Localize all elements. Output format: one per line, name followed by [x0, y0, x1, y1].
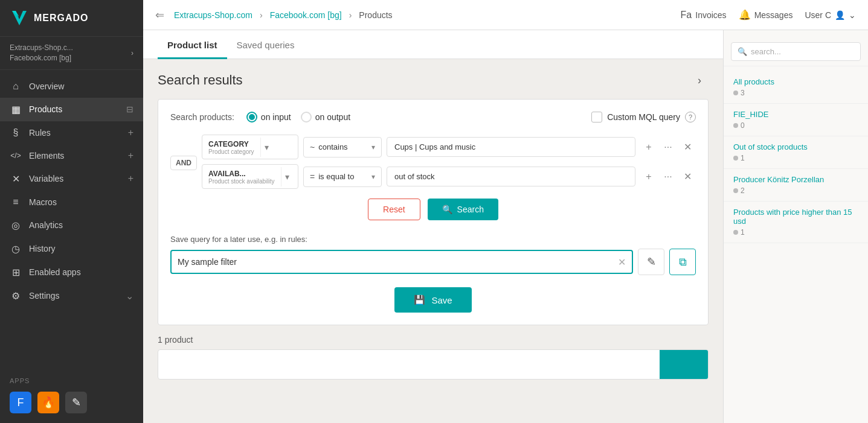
- mergado-logo-icon: [10, 8, 29, 28]
- app-icon-orange[interactable]: 🔥: [37, 392, 59, 413]
- products-icon: ▦: [10, 104, 22, 115]
- filter-field-0[interactable]: CATEGORY Product category ▾: [202, 135, 298, 159]
- tab-saved-queries[interactable]: Saved queries: [227, 30, 304, 59]
- count-dot-1: [733, 123, 738, 128]
- sidebar-item-macros[interactable]: ≡ Macros: [0, 191, 143, 214]
- right-sidebar-count-0: 3: [733, 89, 858, 97]
- save-copy-button[interactable]: ⧉: [669, 249, 696, 275]
- help-icon[interactable]: ?: [685, 112, 696, 122]
- sidebar-item-enabled-apps[interactable]: ⊞ Enabled apps: [0, 261, 143, 284]
- sidebar-item-settings[interactable]: ⚙ Settings ⌄: [0, 284, 143, 308]
- count-dot-4: [733, 230, 738, 235]
- home-icon: ⌂: [10, 81, 22, 92]
- right-search-area: 🔍 search...: [724, 37, 868, 66]
- filter-actions-0: + ··· ✕: [640, 139, 696, 156]
- filter-field-0-sub: Product category: [208, 148, 254, 155]
- right-sidebar-item-3[interactable]: Producer Könitz Porzellan 2: [724, 169, 868, 202]
- filter-add-1-button[interactable]: +: [640, 168, 657, 185]
- right-sidebar-item-1[interactable]: FIE_HIDE 0: [724, 104, 868, 136]
- right-sidebar: 🔍 search... All products 3 FIE_HIDE 0: [723, 30, 868, 423]
- shop-selector-arrow-icon: ›: [131, 49, 133, 57]
- radio-on-output-circle: [301, 112, 312, 122]
- sidebar-toggle-icon[interactable]: ⇐: [155, 8, 164, 22]
- breadcrumb-sep2: ›: [349, 10, 352, 20]
- filter-field-0-arrow-icon[interactable]: ▾: [260, 138, 272, 157]
- invoices-button[interactable]: Fa Invoices: [681, 10, 727, 21]
- save-edit-button[interactable]: ✎: [638, 249, 664, 275]
- logo-area: MERGADO: [0, 0, 143, 37]
- svg-marker-0: [12, 11, 27, 25]
- reset-button[interactable]: Reset: [368, 199, 420, 220]
- count-dot-2: [733, 156, 738, 161]
- macros-icon: ≡: [10, 197, 22, 208]
- save-input-clear-icon[interactable]: ✕: [618, 256, 626, 268]
- breadcrumb-shop[interactable]: Extracups-Shop.com: [174, 10, 252, 20]
- filter-field-0-label: CATEGORY: [208, 140, 249, 148]
- filter-op-0-arrow-icon: ▾: [371, 143, 375, 151]
- sidebar-item-products[interactable]: ▦ Products ⊟: [0, 98, 143, 121]
- user-menu-button[interactable]: User C 👤 ⌄: [805, 10, 856, 20]
- search-button[interactable]: 🔍 Search: [428, 199, 498, 220]
- filter-op-1[interactable]: = is equal to ▾: [303, 167, 382, 187]
- count-dot-0: [733, 91, 738, 95]
- filter-more-1-button[interactable]: ···: [660, 168, 677, 185]
- preview-bar: [660, 349, 708, 380]
- tab-product-list[interactable]: Product list: [158, 30, 227, 59]
- sidebar: MERGADO Extracups-Shop.c... Facebook.com…: [0, 0, 143, 423]
- filter-more-0-button[interactable]: ···: [660, 139, 677, 156]
- elements-icon: </>: [10, 151, 22, 160]
- save-query-input[interactable]: [178, 251, 618, 273]
- radio-group: on input on output: [246, 112, 350, 122]
- radio-on-input[interactable]: on input: [246, 112, 291, 122]
- filter-op-0[interactable]: ~ contains ▾: [303, 137, 382, 157]
- sidebar-item-overview[interactable]: ⌂ Overview: [0, 75, 143, 98]
- filter-op-1-icon: =: [310, 172, 315, 182]
- topbar: ⇐ Extracups-Shop.com › Facebook.com [bg]…: [143, 0, 868, 30]
- analytics-icon: ◎: [10, 220, 22, 231]
- breadcrumb-sep1: ›: [260, 10, 263, 20]
- sidebar-item-history[interactable]: ◷ History: [0, 237, 143, 261]
- search-card: Search products: on input on output: [158, 99, 709, 325]
- filter-actions-1: + ··· ✕: [640, 168, 696, 185]
- right-sidebar-item-4[interactable]: Products with price higher than 15 usd 1: [724, 202, 868, 243]
- sidebar-item-variables[interactable]: ✕ Variables +: [0, 167, 143, 191]
- tab-bar: Product list Saved queries: [143, 30, 723, 59]
- radio-on-output[interactable]: on output: [301, 112, 350, 122]
- right-sidebar-item-0[interactable]: All products 3: [724, 71, 868, 104]
- product-count: 1 product: [143, 325, 723, 349]
- rules-plus-icon: +: [128, 127, 133, 138]
- app-icon-dark[interactable]: ✎: [65, 392, 87, 413]
- save-button[interactable]: 💾 Save: [394, 287, 471, 313]
- sidebar-item-rules[interactable]: § Rules +: [0, 121, 143, 144]
- enabled-apps-icon: ⊞: [10, 267, 22, 278]
- app-icon-blue[interactable]: F: [10, 392, 31, 413]
- filter-value-1: out of stock: [387, 167, 635, 186]
- right-sidebar-item-2[interactable]: Out of stock products 1: [724, 136, 868, 169]
- apps-section-label: APPS: [0, 372, 143, 387]
- filter-remove-0-button[interactable]: ✕: [679, 139, 696, 156]
- filter-row-0: CATEGORY Product category ▾ ~ contains ▾: [202, 135, 696, 159]
- save-icon: 💾: [414, 294, 425, 305]
- right-search-input-wrap[interactable]: 🔍 search...: [731, 42, 861, 61]
- apps-icons: F 🔥 ✎: [0, 387, 143, 423]
- filter-field-1-arrow-icon[interactable]: ▾: [281, 167, 293, 186]
- breadcrumb-channel[interactable]: Facebook.com [bg]: [270, 10, 342, 20]
- expand-button[interactable]: ›: [690, 71, 709, 89]
- filter-add-0-button[interactable]: +: [640, 139, 657, 156]
- filter-remove-1-button[interactable]: ✕: [679, 168, 696, 185]
- custom-mql-checkbox[interactable]: [591, 112, 602, 122]
- sidebar-item-analytics[interactable]: ◎ Analytics: [0, 214, 143, 237]
- filter-value-0: Cups | Cups and music: [387, 137, 635, 157]
- right-search-placeholder[interactable]: search...: [751, 47, 781, 56]
- shop-selector-text: Extracups-Shop.c... Facebook.com [bg]: [10, 43, 73, 63]
- filter-field-1[interactable]: AVAILAB... Product stock availability ▾: [202, 164, 298, 189]
- filters-block: AND CATEGORY Product category ▾: [170, 135, 696, 189]
- shop-selector[interactable]: Extracups-Shop.c... Facebook.com [bg] ›: [0, 37, 143, 70]
- logo: MERGADO: [10, 8, 89, 28]
- save-query-label: Save query for a later use, e.g. in rule…: [170, 235, 696, 244]
- messages-button[interactable]: 🔔 Messages: [739, 9, 793, 21]
- content-area: Product list Saved queries Search result…: [143, 30, 868, 423]
- sidebar-item-elements[interactable]: </> Elements +: [0, 144, 143, 167]
- history-icon: ◷: [10, 243, 22, 255]
- filter-field-1-sub: Product stock availability: [208, 178, 275, 185]
